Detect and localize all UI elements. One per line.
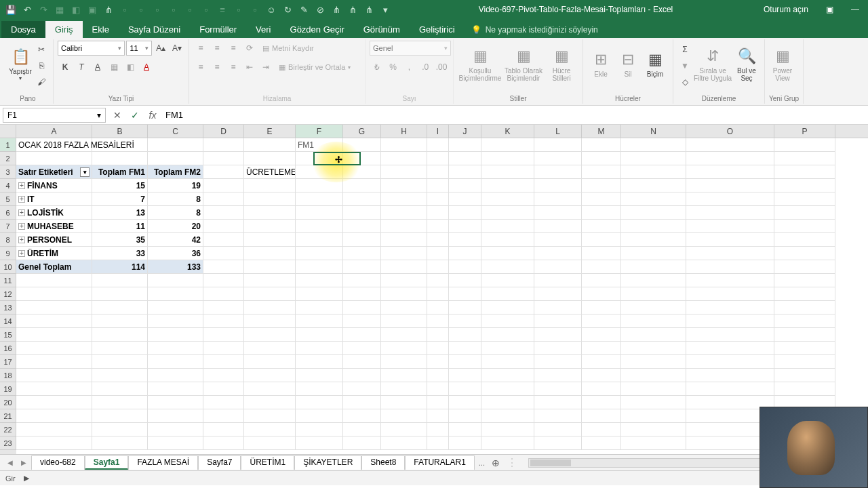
cell-K15[interactable]: [481, 328, 534, 342]
row-header-22[interactable]: 22: [0, 423, 16, 436]
pen-icon[interactable]: ✎: [296, 1, 312, 18]
cell-J10[interactable]: [449, 260, 481, 274]
cell-I1[interactable]: [427, 138, 449, 152]
bold-button[interactable]: K: [58, 60, 73, 75]
cell-E4[interactable]: [244, 179, 296, 192]
tab-layout[interactable]: Sayfa Düzeni: [119, 21, 190, 38]
align-right-icon[interactable]: ≡: [226, 60, 241, 75]
sheets-more[interactable]: ...: [476, 459, 488, 467]
cell-P6[interactable]: [774, 206, 835, 220]
cell-N9[interactable]: [621, 247, 686, 260]
cell-G7[interactable]: [343, 220, 381, 233]
ribbon-options-icon[interactable]: ▣: [819, 5, 840, 14]
cell-N1[interactable]: [621, 138, 686, 152]
cell-E17[interactable]: [244, 355, 296, 369]
cell-K8[interactable]: [481, 233, 534, 247]
cell-B11[interactable]: [92, 274, 148, 287]
cell-N13[interactable]: [621, 301, 686, 314]
cell-A23[interactable]: [16, 436, 92, 450]
cell-E14[interactable]: [244, 314, 296, 328]
cell-O13[interactable]: [686, 301, 774, 314]
row-header-7[interactable]: 7: [0, 220, 16, 233]
select-all-button[interactable]: [0, 125, 16, 138]
row-header-9[interactable]: 9: [0, 247, 16, 260]
expand-icon[interactable]: +: [18, 250, 25, 257]
col-header-G[interactable]: G: [343, 125, 381, 138]
cell-E16[interactable]: [244, 342, 296, 355]
cell-A12[interactable]: [16, 287, 92, 301]
cell-N15[interactable]: [621, 328, 686, 342]
cell-A18[interactable]: [16, 369, 92, 382]
cell-H17[interactable]: [381, 355, 427, 369]
sheet-tab[interactable]: ŞİKAYETLER: [294, 455, 361, 470]
underline-button[interactable]: A: [90, 60, 105, 75]
cell-K6[interactable]: [481, 206, 534, 220]
cell-M3[interactable]: [582, 165, 621, 179]
name-box[interactable]: F1 ▾: [3, 108, 106, 123]
cell-L19[interactable]: [534, 382, 582, 396]
cell-L4[interactable]: [534, 179, 582, 192]
col-header-N[interactable]: N: [621, 125, 686, 138]
cells-area[interactable]: ✢ OCAK 2018 FAZLA MESAİLERİFM1Satır Etik…: [16, 138, 868, 454]
cell-H8[interactable]: [381, 233, 427, 247]
cell-C4[interactable]: 19: [148, 179, 203, 192]
cell-styles-button[interactable]: ▦Hücre Stilleri: [545, 41, 578, 88]
smile-icon[interactable]: ☺: [263, 1, 279, 18]
qa-icon[interactable]: ▦: [52, 1, 68, 18]
wrap-text-button[interactable]: ▤Metni Kaydır: [258, 41, 318, 56]
row-header-5[interactable]: 5: [0, 192, 16, 206]
cell-D19[interactable]: [203, 382, 244, 396]
cell-C13[interactable]: [148, 301, 203, 314]
cell-O7[interactable]: [686, 220, 774, 233]
cell-N21[interactable]: [621, 409, 686, 423]
cell-A10[interactable]: Genel Toplam: [16, 260, 92, 274]
cell-G15[interactable]: [343, 328, 381, 342]
cell-E2[interactable]: [244, 152, 296, 165]
cell-N10[interactable]: [621, 260, 686, 274]
accept-icon[interactable]: ✓: [126, 107, 144, 123]
cell-O5[interactable]: [686, 192, 774, 206]
cell-H9[interactable]: [381, 247, 427, 260]
cell-K17[interactable]: [481, 355, 534, 369]
cell-K1[interactable]: [481, 138, 534, 152]
cell-B22[interactable]: [92, 423, 148, 436]
number-format-combo[interactable]: Genel▾: [370, 41, 451, 56]
col-header-O[interactable]: O: [686, 125, 774, 138]
cell-J9[interactable]: [449, 247, 481, 260]
sheet-tab[interactable]: Sayfa7: [198, 455, 241, 470]
cell-K2[interactable]: [481, 152, 534, 165]
cell-E18[interactable]: [244, 369, 296, 382]
cell-D2[interactable]: [203, 152, 244, 165]
cell-M18[interactable]: [582, 369, 621, 382]
col-header-C[interactable]: C: [148, 125, 203, 138]
cell-B7[interactable]: 11: [92, 220, 148, 233]
cell-F6[interactable]: [296, 206, 343, 220]
cell-H14[interactable]: [381, 314, 427, 328]
cell-N23[interactable]: [621, 436, 686, 450]
cell-K20[interactable]: [481, 396, 534, 409]
cell-D15[interactable]: [203, 328, 244, 342]
cell-B5[interactable]: 7: [92, 192, 148, 206]
cell-G23[interactable]: [343, 436, 381, 450]
cell-N19[interactable]: [621, 382, 686, 396]
qa-icon[interactable]: ▫: [117, 1, 133, 18]
cell-B17[interactable]: [92, 355, 148, 369]
row-header-15[interactable]: 15: [0, 328, 16, 342]
cell-J6[interactable]: [449, 206, 481, 220]
cell-K14[interactable]: [481, 314, 534, 328]
cell-N2[interactable]: [621, 152, 686, 165]
cell-B23[interactable]: [92, 436, 148, 450]
cell-C17[interactable]: [148, 355, 203, 369]
cell-O1[interactable]: [686, 138, 774, 152]
expand-icon[interactable]: +: [18, 223, 25, 230]
cell-I14[interactable]: [427, 314, 449, 328]
cell-A1[interactable]: OCAK 2018 FAZLA MESAİLERİ: [16, 138, 92, 152]
sheet-tab[interactable]: video-682: [31, 455, 85, 470]
cell-P11[interactable]: [774, 274, 835, 287]
cell-N11[interactable]: [621, 274, 686, 287]
cell-L17[interactable]: [534, 355, 582, 369]
cell-I6[interactable]: [427, 206, 449, 220]
cell-G22[interactable]: [343, 423, 381, 436]
cell-J18[interactable]: [449, 369, 481, 382]
col-header-K[interactable]: K: [481, 125, 534, 138]
